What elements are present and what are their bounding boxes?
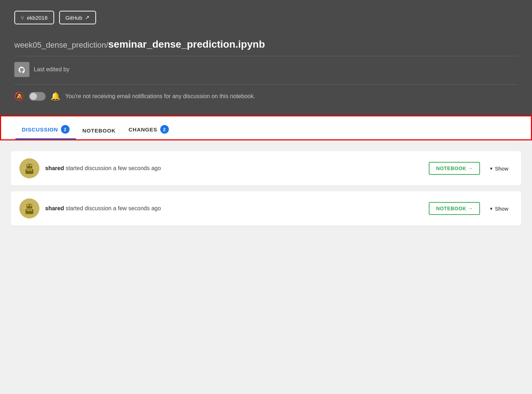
tab-notebook-label: NOTEBOOK: [82, 128, 116, 134]
show-button-1[interactable]: ▾ Show: [486, 163, 513, 174]
notification-toggle[interactable]: [29, 92, 46, 101]
notification-row: 🔕 🔔 You're not receiving email notificat…: [14, 92, 518, 101]
tab-changes-label: CHANGES: [129, 126, 157, 133]
last-edited-row: Last edited by: [14, 62, 518, 77]
card-text-2: shared started discussion a few seconds …: [45, 205, 423, 212]
show-label-1: Show: [495, 165, 508, 172]
discussion-card-2: shared started discussion a few seconds …: [11, 191, 521, 226]
chevron-down-icon-2: ▾: [490, 206, 493, 211]
bell-muted-icon: 🔕: [14, 92, 24, 101]
svg-rect-4: [27, 164, 29, 166]
show-button-2[interactable]: ▾ Show: [486, 203, 513, 215]
tab-discussion-badge: 2: [61, 125, 70, 134]
last-edited-label: Last edited by: [34, 66, 70, 73]
separator-1: [14, 56, 518, 56]
external-link-icon: ↗: [85, 14, 90, 21]
tab-notebook[interactable]: NOTEBOOK: [76, 120, 122, 139]
github-button[interactable]: GitHub ↗: [59, 11, 96, 24]
svg-rect-11: [30, 205, 32, 206]
svg-point-0: [17, 64, 27, 75]
card-action-1: started discussion a few seconds ago: [66, 165, 161, 171]
svg-rect-6: [27, 169, 32, 170]
breadcrumb-path-text: week05_dense_prediction/: [14, 40, 108, 49]
github-label: GitHub: [66, 15, 82, 21]
notification-text: You're not receiving email notifications…: [65, 93, 255, 100]
ekb2018-button[interactable]: ⑂ ekb2018: [14, 11, 54, 24]
header-section: ⑂ ekb2018 GitHub ↗ week05_dense_predicti…: [0, 0, 532, 115]
notebook-link-btn-2[interactable]: NOTEBOOK →: [429, 202, 480, 215]
ekb2018-label: ekb2018: [27, 15, 48, 21]
card-text-1: shared started discussion a few seconds …: [45, 165, 423, 172]
bell-active-icon: 🔔: [51, 92, 60, 101]
tab-discussion[interactable]: DISCUSSION 2: [15, 118, 76, 139]
discussion-card-1: shared started discussion a few seconds …: [11, 151, 521, 186]
svg-rect-5: [30, 164, 32, 166]
notebook-link-btn-1[interactable]: NOTEBOOK →: [429, 162, 480, 175]
content-section: shared started discussion a few seconds …: [0, 140, 532, 236]
tab-changes[interactable]: CHANGES 2: [122, 118, 175, 139]
user-avatar-2: [19, 198, 39, 218]
separator-2: [14, 84, 518, 85]
github-avatar: [14, 62, 29, 77]
user-avatar-1: [19, 158, 39, 178]
tab-changes-badge: 2: [160, 125, 169, 134]
show-label-2: Show: [495, 206, 508, 212]
top-buttons-row: ⑂ ekb2018 GitHub ↗: [14, 11, 518, 24]
card-action-2: started discussion a few seconds ago: [66, 205, 161, 211]
breadcrumb: week05_dense_prediction/seminar_dense_pr…: [14, 39, 518, 50]
svg-rect-10: [27, 205, 29, 206]
fork-icon: ⑂: [21, 15, 24, 21]
breadcrumb-file-text: seminar_dense_prediction.ipynb: [108, 39, 265, 50]
tab-discussion-label: DISCUSSION: [22, 126, 58, 133]
chevron-down-icon-1: ▾: [490, 166, 493, 171]
svg-rect-12: [27, 210, 32, 211]
card-user-2: shared: [45, 205, 64, 211]
card-user-1: shared: [45, 165, 64, 171]
tabs-section: DISCUSSION 2 NOTEBOOK CHANGES 2: [0, 115, 532, 140]
